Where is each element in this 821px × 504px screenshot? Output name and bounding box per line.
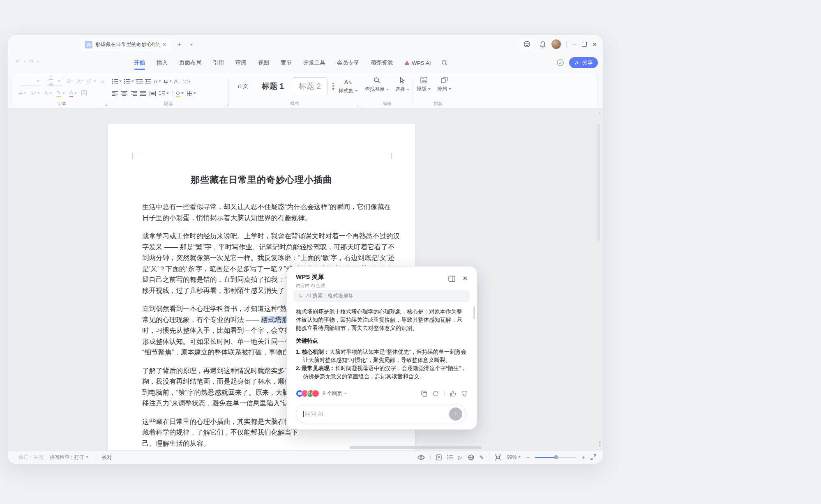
character-scale-button[interactable]: A [154,78,161,85]
menu-tab-稻壳资源[interactable]: 稻壳资源 [366,54,397,72]
menu-tab-开发工具[interactable]: 开发工具 [299,54,330,72]
zoom-out-button[interactable]: − [526,454,530,461]
menu-tab-页面布局[interactable]: 页面布局 [175,54,206,72]
outline-view-icon[interactable] [447,455,453,460]
arrange-button[interactable]: 排列 [437,77,451,92]
borders-button[interactable] [187,91,196,96]
decrease-indent-icon[interactable] [136,79,143,84]
scroll-top-icon[interactable]: ▴ [599,111,601,115]
find-replace-button[interactable]: 查找替换 [365,77,389,93]
justify-icon[interactable] [140,91,146,96]
style-gallery-arrows[interactable] [332,83,334,90]
font-color-button[interactable]: A [69,90,77,97]
menu-tab-开始[interactable]: 开始 [129,54,150,72]
zoom-slider[interactable] [535,457,576,458]
shading-button[interactable]: ◇ [176,90,184,97]
style-item-标题 1[interactable]: 标题 1 [256,81,290,92]
menu-tab-会员专享[interactable]: 会员专享 [332,54,364,72]
clear-format-eraser-icon[interactable] [99,78,104,84]
eye-icon[interactable] [417,455,425,460]
numbered-list-button[interactable] [124,79,134,84]
horizontal-scrollbar[interactable] [350,446,482,449]
menu-tab-视图[interactable]: 视图 [254,54,274,72]
sources-count[interactable]: 8 个网页 [323,390,347,397]
ai-input-field[interactable]: 问问 AI ↑ [296,405,466,423]
thumbs-up-icon[interactable] [450,391,456,397]
increase-indent-icon[interactable] [145,79,151,84]
strikethrough-button[interactable]: A [19,90,26,97]
menu-tab-审阅[interactable]: 审阅 [231,54,251,72]
regenerate-icon[interactable] [433,391,439,397]
style-set-button[interactable]: A✎ 样式集 [339,78,357,94]
zoom-slider-knob[interactable] [554,455,558,459]
undo-chevron-icon[interactable] [23,61,26,62]
document-tab[interactable]: W 那些藏在日常里的奇妙心理小插曲 ✕ [81,38,171,51]
gallery-more-icon[interactable] [332,88,334,90]
font-size-select[interactable]: 五号 [46,77,63,86]
sort-button[interactable]: A↓ [174,78,180,85]
open-sidebar-icon[interactable] [448,276,455,282]
ai-panel-scrollbar[interactable] [473,306,475,319]
align-center-icon[interactable] [121,91,127,96]
page-nav-icons[interactable]: ▴▾ [599,440,601,447]
character-border-button[interactable]: A [81,90,87,96]
copy-icon[interactable] [421,391,427,397]
close-tab-icon[interactable]: ✕ [162,42,167,47]
zoom-in-button[interactable]: + [581,454,585,461]
select-button[interactable]: 选择 [395,77,409,93]
text-direction-button[interactable]: ⇆ [164,78,172,85]
superscript-button[interactable]: X² [31,90,40,97]
menu-tab-引用[interactable]: 引用 [208,54,228,72]
ribbon-search-icon[interactable] [441,60,448,66]
phonetic-guide-button[interactable]: 拼 [87,78,96,85]
vertical-scrollbar[interactable] [597,124,600,241]
ruler-icon[interactable] [183,79,190,84]
styles-group-expander[interactable] [357,104,359,106]
page-view-icon[interactable] [436,454,442,460]
gallery-down-icon[interactable] [332,85,334,87]
read-mode-icon[interactable]: ▷ [459,454,463,460]
share-button[interactable]: 分享 [569,57,598,68]
fullscreen-icon[interactable] [590,454,596,460]
align-right-icon[interactable] [131,91,137,96]
fit-page-icon[interactable] [495,454,501,460]
redo-chevron-icon[interactable] [37,61,39,62]
font-group-expander[interactable] [104,104,107,106]
track-changes-status[interactable]: 修订：关闭 [18,454,43,461]
send-button[interactable]: ↑ [449,407,462,421]
source-favicons[interactable] [296,390,319,397]
ink-pencil-icon[interactable]: ✎ [480,454,484,460]
paragraph-group-expander[interactable] [226,104,228,106]
text-effects-button[interactable]: A [44,90,52,97]
thumbs-down-icon[interactable] [461,391,468,397]
gallery-up-icon[interactable] [332,83,334,84]
style-item-正文[interactable]: 正文 [232,83,254,90]
minimize-button[interactable] [572,44,577,45]
close-window-button[interactable]: ✕ [592,41,597,47]
align-left-icon[interactable] [112,91,118,96]
highlight-color-button[interactable]: ✎ [56,90,65,97]
redo-icon[interactable]: ↷ [29,58,34,65]
shrink-font-button[interactable]: A⁻ [77,78,84,85]
zoom-level[interactable]: 99% [507,454,521,460]
undo-icon[interactable]: ↶ [15,58,21,65]
distribute-icon[interactable] [150,91,156,96]
font-name-select[interactable] [19,77,42,86]
bullet-list-button[interactable] [112,79,122,84]
line-spacing-button[interactable] [159,91,169,96]
style-item-标题 2[interactable]: 标题 2 [292,77,328,95]
notifications-bell-icon[interactable] [540,41,546,48]
new-tab-button[interactable]: + [177,40,181,48]
web-layout-globe-icon[interactable] [468,454,474,460]
next-page-icon[interactable]: ▾ [599,443,601,447]
tab-list-chevron-icon[interactable] [190,44,193,46]
close-panel-icon[interactable]: ✕ [462,275,468,282]
assistant-button[interactable] [519,39,534,50]
menu-tab-插入[interactable]: 插入 [152,54,172,72]
menu-tab-WPS AI[interactable]: WPS AI [400,54,436,72]
typeset-button[interactable]: 排版 [417,77,431,92]
spellcheck-status[interactable]: 拼写检查：打开 [50,454,88,461]
grow-font-button[interactable]: A⁺ [67,78,74,85]
ai-search-chip[interactable]: ↳ AI 搜索：格式塔崩坏 [293,290,470,302]
menu-tab-章节[interactable]: 章节 [276,54,296,72]
